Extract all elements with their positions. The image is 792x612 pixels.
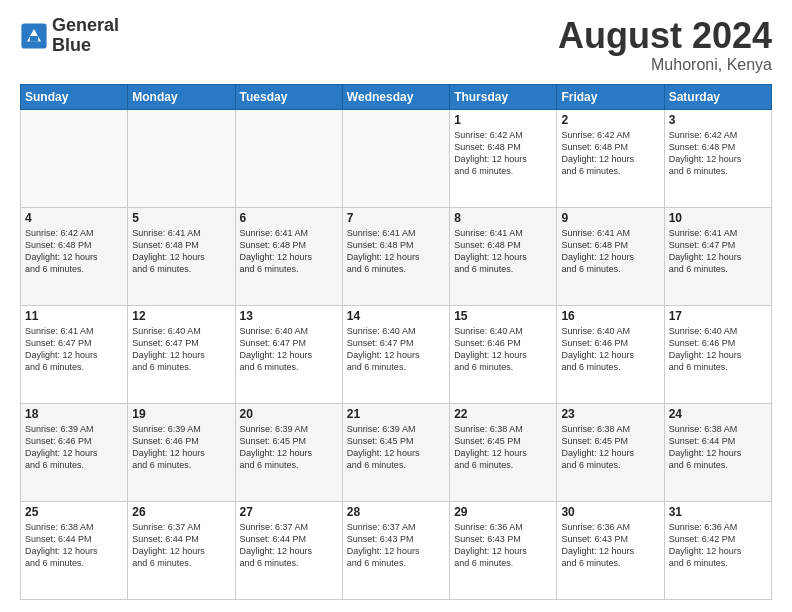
day-number: 24 bbox=[669, 407, 767, 421]
day-info: Sunrise: 6:41 AM Sunset: 6:48 PM Dayligh… bbox=[347, 227, 445, 276]
day-number: 20 bbox=[240, 407, 338, 421]
day-info: Sunrise: 6:39 AM Sunset: 6:46 PM Dayligh… bbox=[132, 423, 230, 472]
header: General Blue August 2024 Muhoroni, Kenya bbox=[20, 16, 772, 74]
calendar-cell: 21Sunrise: 6:39 AM Sunset: 6:45 PM Dayli… bbox=[342, 403, 449, 501]
calendar-cell: 19Sunrise: 6:39 AM Sunset: 6:46 PM Dayli… bbox=[128, 403, 235, 501]
calendar-cell bbox=[128, 109, 235, 207]
day-info: Sunrise: 6:39 AM Sunset: 6:46 PM Dayligh… bbox=[25, 423, 123, 472]
weekday-header-friday: Friday bbox=[557, 84, 664, 109]
week-row-3: 11Sunrise: 6:41 AM Sunset: 6:47 PM Dayli… bbox=[21, 305, 772, 403]
day-info: Sunrise: 6:40 AM Sunset: 6:46 PM Dayligh… bbox=[561, 325, 659, 374]
calendar-cell: 6Sunrise: 6:41 AM Sunset: 6:48 PM Daylig… bbox=[235, 207, 342, 305]
day-info: Sunrise: 6:38 AM Sunset: 6:45 PM Dayligh… bbox=[561, 423, 659, 472]
calendar-cell: 4Sunrise: 6:42 AM Sunset: 6:48 PM Daylig… bbox=[21, 207, 128, 305]
weekday-header-monday: Monday bbox=[128, 84, 235, 109]
calendar-cell: 13Sunrise: 6:40 AM Sunset: 6:47 PM Dayli… bbox=[235, 305, 342, 403]
month-title: August 2024 bbox=[558, 16, 772, 56]
day-number: 10 bbox=[669, 211, 767, 225]
day-info: Sunrise: 6:38 AM Sunset: 6:44 PM Dayligh… bbox=[25, 521, 123, 570]
calendar-cell: 18Sunrise: 6:39 AM Sunset: 6:46 PM Dayli… bbox=[21, 403, 128, 501]
calendar-cell bbox=[235, 109, 342, 207]
calendar-cell: 16Sunrise: 6:40 AM Sunset: 6:46 PM Dayli… bbox=[557, 305, 664, 403]
calendar-cell: 30Sunrise: 6:36 AM Sunset: 6:43 PM Dayli… bbox=[557, 501, 664, 599]
calendar-cell: 8Sunrise: 6:41 AM Sunset: 6:48 PM Daylig… bbox=[450, 207, 557, 305]
weekday-header-wednesday: Wednesday bbox=[342, 84, 449, 109]
calendar-cell: 9Sunrise: 6:41 AM Sunset: 6:48 PM Daylig… bbox=[557, 207, 664, 305]
day-number: 17 bbox=[669, 309, 767, 323]
calendar-cell: 27Sunrise: 6:37 AM Sunset: 6:44 PM Dayli… bbox=[235, 501, 342, 599]
location: Muhoroni, Kenya bbox=[558, 56, 772, 74]
page: General Blue August 2024 Muhoroni, Kenya… bbox=[0, 0, 792, 612]
calendar-cell: 22Sunrise: 6:38 AM Sunset: 6:45 PM Dayli… bbox=[450, 403, 557, 501]
calendar-cell: 20Sunrise: 6:39 AM Sunset: 6:45 PM Dayli… bbox=[235, 403, 342, 501]
logo-text: General Blue bbox=[52, 16, 119, 56]
calendar-cell: 23Sunrise: 6:38 AM Sunset: 6:45 PM Dayli… bbox=[557, 403, 664, 501]
weekday-header-row: SundayMondayTuesdayWednesdayThursdayFrid… bbox=[21, 84, 772, 109]
day-number: 8 bbox=[454, 211, 552, 225]
calendar-cell: 5Sunrise: 6:41 AM Sunset: 6:48 PM Daylig… bbox=[128, 207, 235, 305]
day-info: Sunrise: 6:42 AM Sunset: 6:48 PM Dayligh… bbox=[561, 129, 659, 178]
calendar-cell: 26Sunrise: 6:37 AM Sunset: 6:44 PM Dayli… bbox=[128, 501, 235, 599]
day-info: Sunrise: 6:42 AM Sunset: 6:48 PM Dayligh… bbox=[454, 129, 552, 178]
calendar-cell: 17Sunrise: 6:40 AM Sunset: 6:46 PM Dayli… bbox=[664, 305, 771, 403]
calendar-cell: 1Sunrise: 6:42 AM Sunset: 6:48 PM Daylig… bbox=[450, 109, 557, 207]
calendar-cell: 28Sunrise: 6:37 AM Sunset: 6:43 PM Dayli… bbox=[342, 501, 449, 599]
weekday-header-thursday: Thursday bbox=[450, 84, 557, 109]
title-area: August 2024 Muhoroni, Kenya bbox=[558, 16, 772, 74]
calendar-cell: 2Sunrise: 6:42 AM Sunset: 6:48 PM Daylig… bbox=[557, 109, 664, 207]
day-info: Sunrise: 6:37 AM Sunset: 6:44 PM Dayligh… bbox=[132, 521, 230, 570]
calendar-table: SundayMondayTuesdayWednesdayThursdayFrid… bbox=[20, 84, 772, 600]
calendar-cell: 24Sunrise: 6:38 AM Sunset: 6:44 PM Dayli… bbox=[664, 403, 771, 501]
day-info: Sunrise: 6:40 AM Sunset: 6:47 PM Dayligh… bbox=[240, 325, 338, 374]
week-row-4: 18Sunrise: 6:39 AM Sunset: 6:46 PM Dayli… bbox=[21, 403, 772, 501]
day-info: Sunrise: 6:41 AM Sunset: 6:48 PM Dayligh… bbox=[454, 227, 552, 276]
day-number: 9 bbox=[561, 211, 659, 225]
week-row-2: 4Sunrise: 6:42 AM Sunset: 6:48 PM Daylig… bbox=[21, 207, 772, 305]
day-number: 12 bbox=[132, 309, 230, 323]
day-info: Sunrise: 6:38 AM Sunset: 6:45 PM Dayligh… bbox=[454, 423, 552, 472]
day-number: 3 bbox=[669, 113, 767, 127]
calendar-cell: 14Sunrise: 6:40 AM Sunset: 6:47 PM Dayli… bbox=[342, 305, 449, 403]
day-number: 14 bbox=[347, 309, 445, 323]
day-number: 18 bbox=[25, 407, 123, 421]
day-info: Sunrise: 6:37 AM Sunset: 6:43 PM Dayligh… bbox=[347, 521, 445, 570]
day-info: Sunrise: 6:41 AM Sunset: 6:48 PM Dayligh… bbox=[561, 227, 659, 276]
day-info: Sunrise: 6:41 AM Sunset: 6:47 PM Dayligh… bbox=[25, 325, 123, 374]
day-number: 21 bbox=[347, 407, 445, 421]
day-number: 6 bbox=[240, 211, 338, 225]
day-number: 28 bbox=[347, 505, 445, 519]
calendar-cell: 15Sunrise: 6:40 AM Sunset: 6:46 PM Dayli… bbox=[450, 305, 557, 403]
day-number: 30 bbox=[561, 505, 659, 519]
day-number: 29 bbox=[454, 505, 552, 519]
weekday-header-sunday: Sunday bbox=[21, 84, 128, 109]
day-info: Sunrise: 6:40 AM Sunset: 6:47 PM Dayligh… bbox=[132, 325, 230, 374]
calendar-cell: 10Sunrise: 6:41 AM Sunset: 6:47 PM Dayli… bbox=[664, 207, 771, 305]
day-number: 4 bbox=[25, 211, 123, 225]
day-info: Sunrise: 6:36 AM Sunset: 6:43 PM Dayligh… bbox=[454, 521, 552, 570]
day-number: 16 bbox=[561, 309, 659, 323]
day-info: Sunrise: 6:39 AM Sunset: 6:45 PM Dayligh… bbox=[240, 423, 338, 472]
day-info: Sunrise: 6:40 AM Sunset: 6:46 PM Dayligh… bbox=[454, 325, 552, 374]
calendar-cell: 31Sunrise: 6:36 AM Sunset: 6:42 PM Dayli… bbox=[664, 501, 771, 599]
day-info: Sunrise: 6:41 AM Sunset: 6:48 PM Dayligh… bbox=[132, 227, 230, 276]
day-number: 1 bbox=[454, 113, 552, 127]
day-number: 23 bbox=[561, 407, 659, 421]
day-info: Sunrise: 6:41 AM Sunset: 6:47 PM Dayligh… bbox=[669, 227, 767, 276]
calendar-cell: 12Sunrise: 6:40 AM Sunset: 6:47 PM Dayli… bbox=[128, 305, 235, 403]
day-info: Sunrise: 6:42 AM Sunset: 6:48 PM Dayligh… bbox=[669, 129, 767, 178]
week-row-1: 1Sunrise: 6:42 AM Sunset: 6:48 PM Daylig… bbox=[21, 109, 772, 207]
day-number: 7 bbox=[347, 211, 445, 225]
day-number: 15 bbox=[454, 309, 552, 323]
day-number: 25 bbox=[25, 505, 123, 519]
calendar-cell: 3Sunrise: 6:42 AM Sunset: 6:48 PM Daylig… bbox=[664, 109, 771, 207]
calendar-cell bbox=[342, 109, 449, 207]
day-info: Sunrise: 6:42 AM Sunset: 6:48 PM Dayligh… bbox=[25, 227, 123, 276]
day-number: 31 bbox=[669, 505, 767, 519]
day-number: 5 bbox=[132, 211, 230, 225]
day-info: Sunrise: 6:39 AM Sunset: 6:45 PM Dayligh… bbox=[347, 423, 445, 472]
logo-icon bbox=[20, 22, 48, 50]
day-number: 19 bbox=[132, 407, 230, 421]
day-number: 13 bbox=[240, 309, 338, 323]
day-info: Sunrise: 6:40 AM Sunset: 6:46 PM Dayligh… bbox=[669, 325, 767, 374]
day-info: Sunrise: 6:36 AM Sunset: 6:42 PM Dayligh… bbox=[669, 521, 767, 570]
